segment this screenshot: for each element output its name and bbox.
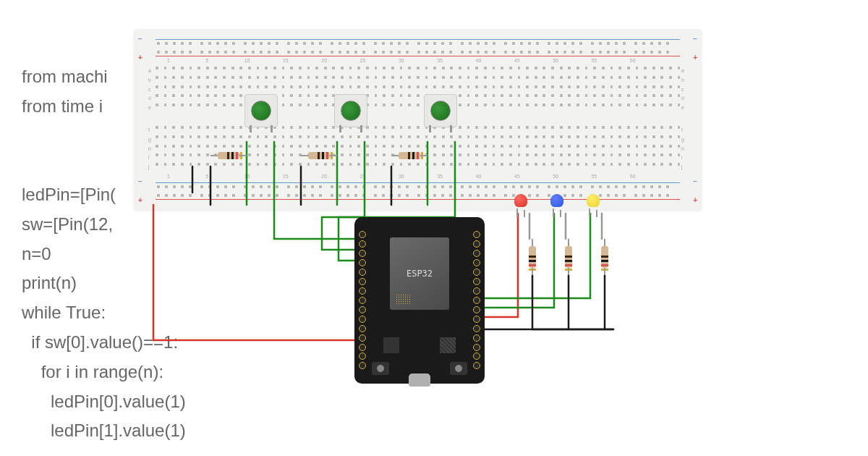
gpio-pin (473, 334, 480, 342)
gpio-pin (473, 287, 480, 295)
button-3[interactable] (424, 94, 457, 127)
column-marker: 55 (591, 58, 629, 65)
gpio-pin (473, 278, 480, 285)
boot-button[interactable] (450, 362, 467, 375)
resistor-r1[interactable] (210, 152, 247, 159)
column-marker: 60 (630, 58, 668, 65)
gpio-pin (473, 231, 480, 238)
column-marker: 45 (514, 174, 553, 181)
board-label: ESP32 (407, 269, 433, 279)
gpio-pin (473, 362, 480, 369)
column-marker: 50 (553, 174, 591, 181)
row-label: g (148, 135, 154, 145)
resistor-r6[interactable] (601, 239, 608, 275)
row-label: h (148, 145, 154, 154)
row-label: f (148, 126, 154, 135)
gpio-pin (473, 259, 480, 266)
gpio-pin (359, 240, 366, 248)
button-cap-icon (341, 101, 361, 121)
gpio-pin (359, 334, 366, 342)
gpio-pin (359, 352, 366, 360)
code-line: sw=[Pin(12, (22, 214, 113, 234)
usb-port-icon (409, 373, 430, 387)
gpio-pin (473, 269, 480, 276)
column-marker: 20 (321, 58, 359, 65)
gpio-pin (359, 297, 366, 304)
row-label: b (681, 76, 687, 85)
gpio-pin (473, 250, 480, 257)
breadboard[interactable]: + − + − + − + − 151015202530354045505560… (134, 29, 702, 210)
code-line: for i in range(n): (22, 362, 163, 381)
row-label: c (681, 85, 687, 95)
led-blue[interactable] (550, 194, 563, 211)
led-red[interactable] (514, 194, 527, 211)
wire-ground (532, 275, 613, 329)
column-marker: 5 (205, 58, 244, 65)
column-marker: 20 (321, 174, 359, 181)
plus-icon: + (138, 54, 142, 62)
row-label: c (148, 85, 154, 95)
resistor-r4[interactable] (529, 239, 536, 275)
column-marker: 10 (244, 174, 283, 181)
code-line: ledPin[1].value(1) (22, 421, 186, 440)
resistor-r3[interactable] (391, 152, 427, 159)
row-label: a (148, 67, 154, 76)
column-marker: 60 (630, 174, 668, 181)
pin-header-left (357, 230, 367, 371)
led-bulb-icon (550, 194, 563, 207)
button-2[interactable] (334, 94, 367, 127)
code-line: ledPin=[Pin( (22, 185, 116, 204)
gpio-pin (359, 231, 366, 238)
row-label: h (681, 145, 687, 154)
column-marker: 5 (205, 174, 244, 181)
minus-icon: − (693, 35, 697, 43)
esp32-board[interactable]: ESP32 (354, 217, 485, 384)
wire-led-signal (475, 214, 554, 308)
gpio-pin (359, 316, 366, 323)
chip-icon (440, 337, 456, 353)
row-label: g (681, 135, 687, 145)
column-marker: 10 (244, 58, 283, 65)
column-marker: 25 (360, 58, 399, 65)
code-line: n=0 (22, 244, 51, 263)
column-marker: 35 (437, 174, 475, 181)
led-bulb-icon (514, 194, 527, 207)
gpio-pin (359, 278, 366, 285)
gpio-pin (473, 240, 480, 248)
column-marker: 45 (514, 58, 553, 65)
button-1[interactable] (244, 94, 278, 127)
column-marker: 25 (360, 174, 399, 181)
gpio-pin (473, 344, 480, 351)
code-line: if sw[0].value()==1: (22, 332, 178, 352)
gpio-pin (359, 306, 366, 313)
column-marker: 15 (283, 174, 321, 181)
gpio-pin (473, 297, 480, 304)
pin-header-right (472, 230, 482, 371)
code-line: from machi (22, 67, 108, 86)
chip-icon (383, 337, 399, 353)
button-cap-icon (251, 101, 271, 121)
minus-icon: − (138, 177, 142, 185)
resistor-r2[interactable] (301, 152, 337, 159)
gpio-pin (359, 269, 366, 276)
column-marker: 40 (476, 58, 514, 65)
row-label: d (148, 94, 154, 104)
plus-icon: + (138, 196, 142, 204)
gpio-pin (473, 316, 480, 323)
column-marker: 55 (591, 174, 629, 181)
power-rail-top (148, 38, 687, 58)
row-label: j (148, 163, 154, 172)
code-line: ledPin[0].value(1) (22, 392, 186, 411)
column-marker: 15 (283, 58, 321, 65)
gpio-pin (473, 325, 480, 332)
plus-icon: + (693, 54, 697, 62)
column-marker: 30 (399, 58, 437, 65)
resistor-r5[interactable] (565, 239, 572, 275)
column-marker: 35 (437, 58, 475, 65)
led-yellow[interactable] (587, 194, 600, 211)
code-line: print(n) (22, 273, 77, 292)
reset-button[interactable] (372, 362, 389, 375)
row-label: j (681, 163, 687, 172)
plus-icon: + (693, 196, 697, 204)
row-label: i (681, 153, 687, 163)
